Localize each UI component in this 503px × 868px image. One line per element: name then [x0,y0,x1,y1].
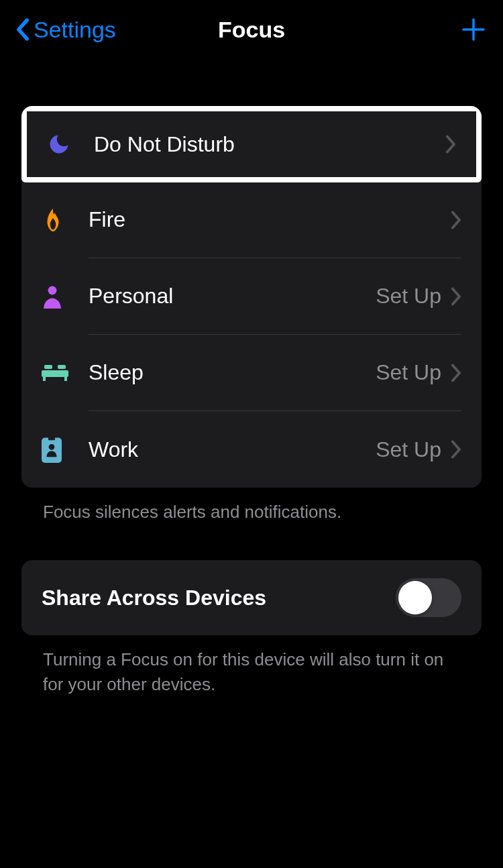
chevron-right-icon [451,287,461,306]
share-group: Share Across Devices [21,560,482,635]
focus-row-sleep[interactable]: Sleep Set Up [21,335,482,411]
focus-label: Work [89,437,376,462]
page-title: Focus [218,17,285,43]
svg-rect-7 [48,436,55,440]
focus-trailing: Set Up [376,360,441,385]
focus-list-footer: Focus silences alerts and notifications. [21,488,482,536]
svg-rect-1 [44,365,52,369]
focus-label: Do Not Disturb [94,132,436,157]
badge-icon [42,436,89,463]
chevron-right-icon [451,364,461,382]
toggle-knob [398,581,432,614]
chevron-back-icon [16,18,30,41]
focus-label: Fire [89,207,441,232]
chevron-right-icon [451,211,461,229]
svg-rect-3 [42,370,68,377]
svg-rect-2 [58,365,66,369]
svg-rect-4 [43,377,46,381]
add-button[interactable] [460,16,487,43]
focus-label: Personal [89,284,376,309]
focus-row-fire[interactable]: Fire [21,182,482,258]
content: Do Not Disturb Fire [0,59,503,708]
share-row: Share Across Devices [21,560,482,635]
back-button[interactable]: Settings [16,17,116,43]
focus-trailing: Set Up [376,437,441,462]
svg-point-0 [48,286,57,295]
focus-trailing: Set Up [376,284,441,309]
chevron-right-icon [451,440,461,459]
share-toggle[interactable] [396,578,461,617]
back-label: Settings [34,17,116,43]
svg-rect-6 [42,438,62,464]
chevron-right-icon [445,135,456,154]
share-footer: Turning a Focus on for this device will … [21,635,482,708]
highlighted-row: Do Not Disturb [21,106,482,182]
focus-label: Sleep [89,360,376,385]
svg-point-8 [49,444,55,450]
fire-icon [42,207,89,233]
plus-icon [461,17,486,42]
svg-rect-5 [64,377,67,381]
share-label: Share Across Devices [42,586,266,610]
moon-icon [47,132,94,156]
focus-list: Do Not Disturb Fire [21,106,482,488]
focus-row-do-not-disturb[interactable]: Do Not Disturb [27,111,476,177]
bed-icon [42,364,89,382]
person-icon [42,284,89,309]
header: Settings Focus [0,0,503,59]
focus-row-work[interactable]: Work Set Up [21,411,482,488]
focus-row-personal[interactable]: Personal Set Up [21,258,482,335]
